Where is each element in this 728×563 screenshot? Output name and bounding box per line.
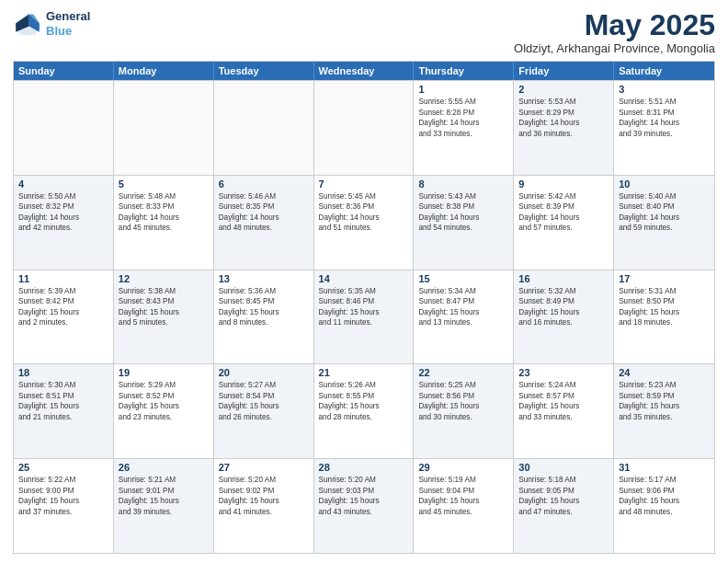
day-number: 30	[518, 462, 609, 473]
cell-line: Daylight: 15 hours	[319, 496, 409, 506]
day-number: 12	[119, 273, 209, 284]
cell-line: Sunrise: 5:20 AM	[219, 475, 309, 485]
cal-cell-day-8: 8Sunrise: 5:43 AMSunset: 8:38 PMDaylight…	[414, 176, 514, 270]
cell-line: Sunset: 8:35 PM	[219, 201, 309, 212]
subtitle: Oldziyt, Arkhangai Province, Mongolia	[514, 41, 715, 55]
logo-line2: Blue	[46, 24, 90, 39]
cell-line: Sunset: 8:36 PM	[319, 201, 409, 212]
col-header-friday: Friday	[514, 62, 614, 80]
calendar-body: 1Sunrise: 5:55 AMSunset: 8:28 PMDaylight…	[14, 80, 714, 553]
cell-line: Sunrise: 5:38 AM	[119, 286, 209, 296]
cell-line: Sunset: 8:54 PM	[219, 391, 309, 401]
col-header-wednesday: Wednesday	[314, 62, 415, 80]
day-number: 17	[619, 273, 710, 284]
cell-line: and 33 minutes.	[418, 129, 508, 139]
cell-line: Sunset: 8:47 PM	[418, 296, 508, 306]
cell-line: Sunset: 8:46 PM	[319, 296, 409, 306]
cell-line: Sunrise: 5:26 AM	[319, 380, 409, 390]
cell-line: Daylight: 15 hours	[418, 401, 508, 411]
cell-line: Sunrise: 5:25 AM	[418, 380, 508, 390]
cell-line: and 54 minutes.	[418, 223, 508, 233]
day-number: 21	[319, 367, 409, 378]
cell-line: Sunrise: 5:17 AM	[619, 475, 710, 485]
cell-line: Sunrise: 5:42 AM	[518, 191, 609, 201]
day-number: 13	[219, 273, 309, 284]
day-number: 4	[18, 178, 108, 190]
col-header-saturday: Saturday	[614, 62, 714, 80]
cell-line: and 45 minutes.	[418, 507, 508, 517]
cal-cell-day-18: 18Sunrise: 5:30 AMSunset: 8:51 PMDayligh…	[14, 364, 114, 458]
cell-line: Daylight: 15 hours	[518, 307, 609, 317]
cell-line: Daylight: 15 hours	[119, 307, 209, 317]
cal-cell-day-1: 1Sunrise: 5:55 AMSunset: 8:28 PMDaylight…	[414, 81, 514, 175]
day-number: 31	[619, 462, 710, 473]
cell-line: Daylight: 15 hours	[18, 496, 108, 506]
cell-line: Sunrise: 5:43 AM	[418, 191, 508, 201]
cell-line: Sunset: 8:50 PM	[619, 296, 710, 306]
title-block: May 2025 Oldziyt, Arkhangai Province, Mo…	[514, 9, 715, 55]
cal-cell-day-24: 24Sunrise: 5:23 AMSunset: 8:59 PMDayligh…	[614, 364, 714, 458]
cell-line: and 45 minutes.	[119, 223, 209, 233]
day-number: 23	[518, 367, 609, 378]
cell-line: Sunrise: 5:29 AM	[119, 380, 209, 390]
cell-line: Sunrise: 5:19 AM	[418, 475, 508, 485]
day-number: 6	[219, 178, 309, 190]
day-number: 20	[219, 367, 309, 378]
cal-cell-day-31: 31Sunrise: 5:17 AMSunset: 9:06 PMDayligh…	[614, 459, 714, 553]
cell-line: Sunrise: 5:36 AM	[219, 286, 309, 296]
cell-line: and 47 minutes.	[518, 507, 609, 517]
cell-line: Sunset: 8:43 PM	[119, 296, 209, 306]
cell-line: and 26 minutes.	[219, 412, 309, 422]
cell-line: Sunset: 8:42 PM	[18, 296, 108, 306]
page: General Blue May 2025 Oldziyt, Arkhangai…	[0, 0, 728, 563]
cell-line: and 11 minutes.	[319, 317, 409, 327]
cell-line: Sunrise: 5:46 AM	[219, 191, 309, 201]
cell-line: and 39 minutes.	[119, 507, 209, 517]
logo-icon	[13, 11, 42, 37]
day-number: 24	[619, 367, 710, 378]
day-number: 14	[319, 273, 409, 284]
day-number: 1	[418, 84, 508, 95]
cell-line: Sunset: 8:57 PM	[518, 391, 609, 401]
cell-line: Sunrise: 5:40 AM	[619, 191, 710, 201]
cell-line: Sunrise: 5:39 AM	[18, 286, 108, 296]
cell-line: Sunset: 8:31 PM	[619, 108, 710, 118]
cell-line: Sunrise: 5:51 AM	[619, 97, 710, 107]
cell-line: Sunset: 9:03 PM	[319, 486, 409, 496]
cal-cell-day-12: 12Sunrise: 5:38 AMSunset: 8:43 PMDayligh…	[114, 270, 214, 364]
cell-line: Sunset: 8:56 PM	[418, 391, 508, 401]
cal-row-3: 11Sunrise: 5:39 AMSunset: 8:42 PMDayligh…	[14, 270, 714, 364]
cal-cell-day-9: 9Sunrise: 5:42 AMSunset: 8:39 PMDaylight…	[514, 176, 614, 270]
cell-line: Sunset: 8:28 PM	[418, 108, 508, 118]
cell-line: Daylight: 15 hours	[418, 307, 508, 317]
cal-row-4: 18Sunrise: 5:30 AMSunset: 8:51 PMDayligh…	[14, 363, 714, 458]
logo: General Blue	[13, 9, 90, 38]
cell-line: and 35 minutes.	[619, 412, 710, 422]
cal-cell-day-29: 29Sunrise: 5:19 AMSunset: 9:04 PMDayligh…	[414, 459, 514, 553]
col-header-thursday: Thursday	[414, 62, 514, 80]
day-number: 26	[119, 462, 209, 473]
col-header-tuesday: Tuesday	[214, 62, 314, 80]
cal-cell-day-3: 3Sunrise: 5:51 AMSunset: 8:31 PMDaylight…	[614, 81, 714, 175]
cal-cell-day-20: 20Sunrise: 5:27 AMSunset: 8:54 PMDayligh…	[214, 364, 314, 458]
cell-line: and 57 minutes.	[518, 223, 609, 233]
cell-line: Sunset: 8:40 PM	[619, 201, 710, 212]
cell-line: Sunset: 9:00 PM	[18, 486, 108, 496]
cal-cell-day-13: 13Sunrise: 5:36 AMSunset: 8:45 PMDayligh…	[214, 270, 314, 364]
cell-line: and 39 minutes.	[619, 129, 710, 139]
cell-line: Sunrise: 5:23 AM	[619, 380, 710, 390]
cell-line: Daylight: 15 hours	[418, 496, 508, 506]
day-number: 18	[18, 367, 108, 378]
cal-cell-day-25: 25Sunrise: 5:22 AMSunset: 9:00 PMDayligh…	[14, 459, 114, 553]
cell-line: and 42 minutes.	[18, 223, 108, 233]
cell-line: Daylight: 14 hours	[518, 118, 609, 128]
cell-line: Sunset: 9:04 PM	[418, 486, 508, 496]
cell-line: and 41 minutes.	[219, 507, 309, 517]
cell-line: Daylight: 14 hours	[619, 118, 710, 128]
cell-line: Sunrise: 5:21 AM	[119, 475, 209, 485]
cell-line: Sunrise: 5:48 AM	[119, 191, 209, 201]
cell-line: Sunset: 8:55 PM	[319, 391, 409, 401]
cell-line: and 2 minutes.	[18, 317, 108, 327]
cell-line: and 8 minutes.	[219, 317, 309, 327]
day-number: 29	[418, 462, 508, 473]
